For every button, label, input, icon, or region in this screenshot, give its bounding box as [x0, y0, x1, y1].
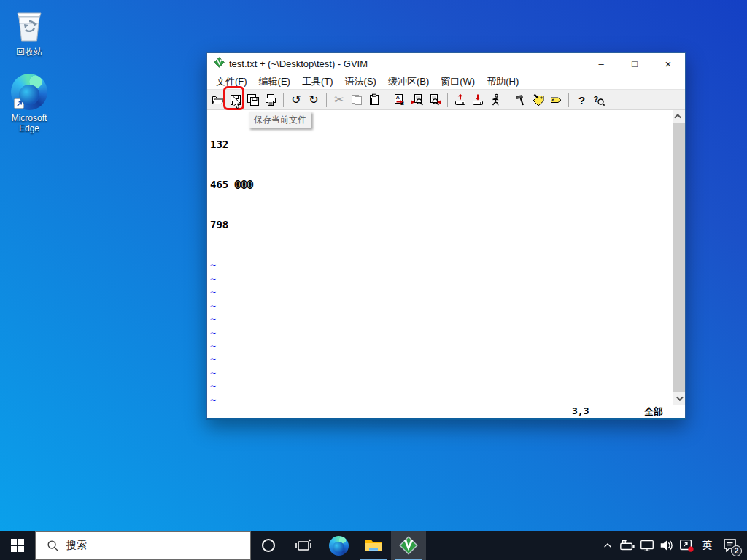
taskbar: 搜索	[0, 531, 747, 560]
menu-item-syntax[interactable]: 语法(S)	[339, 74, 382, 90]
tilde-line: ~	[210, 299, 673, 312]
svg-text:A: A	[396, 95, 400, 100]
menu-item-window[interactable]: 窗口(W)	[435, 74, 481, 90]
ime-indicator[interactable]: 英	[696, 531, 718, 560]
tilde-line: ~	[210, 393, 673, 405]
toolbar-separator	[447, 93, 448, 107]
speaker-icon	[659, 537, 675, 553]
toolbar-save-all-button[interactable]	[244, 90, 262, 109]
toolbar-cut-button[interactable]: ✂	[330, 90, 348, 109]
taskbar-gvim-button[interactable]	[391, 531, 426, 560]
toolbar-print-button[interactable]	[262, 90, 279, 109]
tilde-line: ~	[210, 258, 673, 271]
show-desktop-button[interactable]	[743, 531, 747, 560]
toolbar-separator	[387, 93, 387, 107]
toolbar-copy-button[interactable]	[348, 90, 365, 109]
tilde-line: ~	[210, 366, 673, 379]
toolbar-find-help-button[interactable]: ?	[590, 90, 608, 109]
cursor-text: 000	[235, 179, 253, 190]
shortcut-arrow-icon	[14, 98, 24, 109]
editor-line: 465 000	[210, 178, 673, 191]
search-icon	[46, 539, 59, 552]
chevron-down-icon	[676, 394, 684, 401]
editor-line: 132	[210, 138, 673, 151]
battery-icon	[619, 537, 635, 553]
toolbar-save-session-button[interactable]	[469, 90, 487, 109]
tray-app-icon	[678, 537, 694, 553]
taskbar-search-input[interactable]: 搜索	[35, 531, 251, 560]
close-button[interactable]: ×	[651, 53, 685, 74]
menu-item-help[interactable]: 帮助(H)	[481, 74, 525, 90]
toolbar-find-next-button[interactable]	[409, 90, 426, 109]
notification-badge: 2	[731, 545, 742, 556]
gvim-window: test.txt + (~\Desktop\test) - GVIM – □ ×…	[206, 52, 686, 420]
tilde-line: ~	[210, 326, 673, 339]
desktop: 回收站 Microsoft Edge test.txt + (~\Desktop…	[0, 0, 747, 560]
windows-logo-icon	[11, 539, 24, 552]
task-view-button[interactable]	[286, 531, 321, 560]
cortana-icon	[260, 537, 277, 554]
mouse-cursor-icon	[232, 96, 242, 113]
tray-network-button[interactable]	[637, 531, 657, 560]
tilde-line: ~	[210, 312, 673, 325]
vertical-scrollbar[interactable]	[673, 110, 685, 405]
edge-icon	[329, 536, 349, 556]
desktop-icon-recycle-bin[interactable]: 回收站	[1, 6, 57, 58]
scroll-up-button[interactable]	[673, 110, 685, 122]
chevron-up-icon	[602, 540, 614, 551]
toolbar-redo-button[interactable]: ↻	[305, 90, 322, 109]
toolbar-jump-to-tag-button[interactable]	[547, 90, 565, 109]
menu-item-tools[interactable]: 工具(T)	[296, 74, 339, 90]
cortana-button[interactable]	[251, 531, 286, 560]
vim-logo-icon	[214, 57, 225, 70]
menu-item-file[interactable]: 文件(F)	[210, 74, 253, 90]
window-title: test.txt + (~\Desktop\test) - GVIM	[229, 58, 584, 69]
edge-icon	[1, 73, 57, 111]
toolbar-open-file-button[interactable]	[209, 90, 227, 109]
toolbar-undo-button[interactable]: ↺	[287, 90, 305, 109]
recycle-bin-icon	[1, 6, 57, 44]
toolbar-make-button[interactable]	[512, 90, 530, 109]
desktop-icon-label: 回收站	[1, 46, 57, 58]
tray-battery-button[interactable]	[617, 531, 637, 560]
start-button[interactable]	[0, 531, 35, 560]
taskbar-file-explorer-button[interactable]	[356, 531, 391, 560]
scrollbar-thumb[interactable]	[673, 122, 685, 392]
cursor-position: 3,3	[572, 405, 589, 416]
scroll-down-button[interactable]	[673, 392, 685, 405]
search-placeholder: 搜索	[66, 539, 87, 552]
action-center-button[interactable]: 2	[718, 531, 743, 560]
menu-item-edit[interactable]: 编辑(E)	[253, 74, 296, 90]
minimize-button[interactable]: –	[584, 53, 618, 74]
text-editor-area[interactable]: 132 465 000 798 ~~~~~~~~~~~~~~~~~~~	[207, 110, 673, 405]
menu-bar: 文件(F) 编辑(E) 工具(T) 语法(S) 缓冲区(B) 窗口(W) 帮助(…	[207, 74, 685, 90]
tilde-line: ~	[210, 339, 673, 352]
toolbar-help-button[interactable]: ?	[573, 90, 590, 109]
tray-app-button[interactable]	[676, 531, 696, 560]
toolbar-separator	[326, 93, 327, 107]
scroll-scope: 全部	[644, 405, 663, 419]
toolbar-separator	[568, 93, 569, 107]
tray-expand-button[interactable]	[597, 531, 617, 560]
title-bar[interactable]: test.txt + (~\Desktop\test) - GVIM – □ ×	[207, 53, 685, 74]
maximize-button[interactable]: □	[618, 53, 651, 74]
toolbar-find-prev-button[interactable]	[426, 90, 444, 109]
tilde-line: ~	[210, 285, 673, 298]
vim-logo-icon	[399, 536, 418, 555]
taskbar-edge-button[interactable]	[321, 531, 356, 560]
toolbar-separator	[508, 93, 508, 107]
desktop-icon-microsoft-edge[interactable]: Microsoft Edge	[1, 73, 57, 133]
toolbar-paste-button[interactable]	[365, 90, 383, 109]
toolbar-separator	[283, 93, 284, 107]
task-view-icon	[295, 537, 312, 554]
tilde-line: ~	[210, 379, 673, 392]
toolbar-load-session-button[interactable]	[452, 90, 469, 109]
tray-volume-button[interactable]	[657, 531, 676, 560]
status-bar: 3,3 全部	[207, 405, 685, 418]
toolbar-run-script-button[interactable]	[487, 90, 504, 109]
toolbar-build-tags-button[interactable]	[530, 90, 547, 109]
toolbar-find-replace-button[interactable]: AB	[391, 90, 409, 109]
desktop-icon-label: Microsoft Edge	[1, 113, 57, 133]
menu-item-buffers[interactable]: 缓冲区(B)	[382, 74, 435, 90]
tilde-line: ~	[210, 352, 673, 365]
